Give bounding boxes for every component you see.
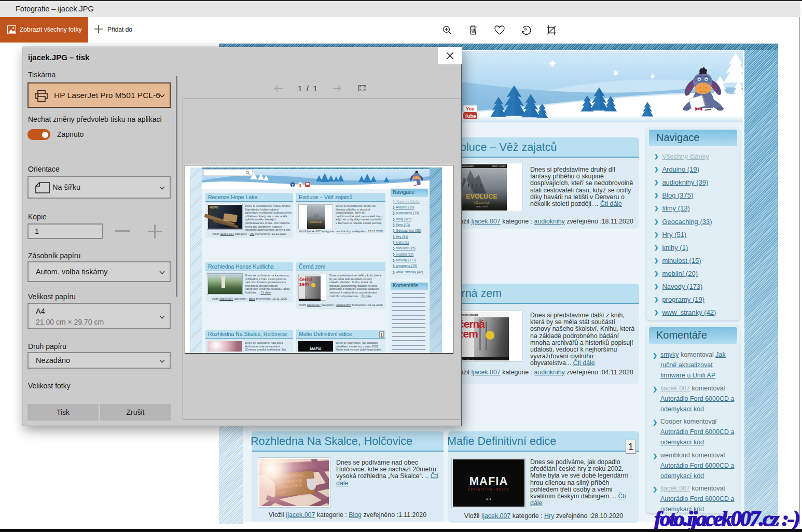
svg-text:You: You	[466, 106, 474, 111]
svg-text:Tube: Tube	[465, 113, 476, 119]
svg-text:f: f	[292, 183, 294, 188]
svg-text:8: 8	[299, 183, 302, 188]
